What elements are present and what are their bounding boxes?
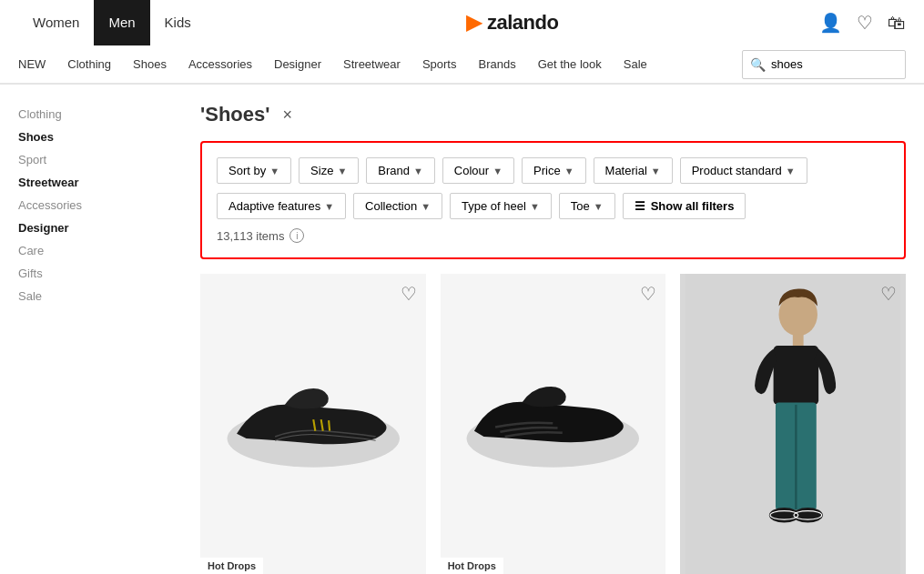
main-layout: Clothing Shoes Sport Streetwear Accessor… <box>0 85 924 574</box>
sidebar: Clothing Shoes Sport Streetwear Accessor… <box>18 85 182 574</box>
wishlist-button-0[interactable]: ♡ <box>401 283 417 305</box>
filter-collection-label: Collection <box>365 199 417 213</box>
filter-material[interactable]: Material ▼ <box>594 157 673 184</box>
nav-clothing[interactable]: Clothing <box>67 57 111 71</box>
product-card-2[interactable]: ♡ Vans KNU SKOOL UNISEX - Skate shoes - … <box>680 274 906 574</box>
filter-size-label: Size <box>310 164 333 177</box>
show-all-filters-label: Show all filters <box>651 199 735 213</box>
sidebar-item-gifts[interactable]: Gifts <box>18 262 182 285</box>
product-card-0[interactable]: Hot Drops ♡ Puma SUEDE XL UNISEX - Skate… <box>200 274 426 574</box>
logo-icon: ▶ <box>466 11 482 35</box>
sidebar-item-accessories[interactable]: Accessories <box>18 194 182 217</box>
header: Women Men Kids ▶ zalando 👤 ♡ 🛍 NEW Cloth… <box>0 0 924 85</box>
nav-tab-men[interactable]: Men <box>94 0 149 45</box>
chevron-down-icon: ▼ <box>324 201 334 212</box>
product-image-2: ♡ <box>680 274 906 574</box>
product-shoe-svg-0 <box>218 297 410 552</box>
filter-toe[interactable]: Toe ▼ <box>559 193 615 219</box>
filter-material-label: Material <box>605 164 647 177</box>
page-title: 'Shoes' <box>200 103 269 126</box>
filter-row-2: Adaptive features ▼ Collection ▼ Type of… <box>217 193 889 219</box>
wishlist-button-1[interactable]: ♡ <box>640 283 656 305</box>
svg-rect-5 <box>774 346 819 405</box>
sidebar-item-designer[interactable]: Designer <box>18 217 182 239</box>
sidebar-item-sport[interactable]: Sport <box>18 148 182 171</box>
svg-point-9 <box>793 508 823 523</box>
sidebar-item-sale[interactable]: Sale <box>18 285 182 307</box>
filter-adaptive-features[interactable]: Adaptive features ▼ <box>217 193 346 219</box>
search-input[interactable] <box>771 57 898 71</box>
product-card-1[interactable]: Hot Drops ♡ adidas Originals CAMPUS 00S … <box>441 274 666 574</box>
nav-sports[interactable]: Sports <box>422 57 457 71</box>
wishlist-button-2[interactable]: ♡ <box>880 283 897 305</box>
nav-designer[interactable]: Designer <box>274 57 321 71</box>
logo-text: zalando <box>487 11 558 35</box>
wishlist-icon[interactable]: ♡ <box>857 12 873 34</box>
filter-box: Sort by ▼ Size ▼ Brand ▼ Colour ▼ Price <box>200 141 906 259</box>
header-icons: 👤 ♡ 🛍 <box>819 12 906 34</box>
nav-accessories[interactable]: Accessories <box>188 57 252 71</box>
sidebar-item-care[interactable]: Care <box>18 239 182 262</box>
product-image-0: Hot Drops ♡ <box>200 274 426 574</box>
info-icon[interactable]: i <box>289 228 304 243</box>
nav-streetwear[interactable]: Streetwear <box>343 57 401 71</box>
nav-tab-kids[interactable]: Kids <box>150 0 206 45</box>
product-person-svg-2 <box>680 274 906 574</box>
filter-type-of-heel-label: Type of heel <box>462 199 526 213</box>
sidebar-item-clothing[interactable]: Clothing <box>18 103 182 126</box>
secondary-nav: NEW Clothing Shoes Accessories Designer … <box>0 45 924 84</box>
hot-drops-badge-1: Hot Drops <box>441 558 503 574</box>
chevron-down-icon: ▼ <box>492 166 503 176</box>
nav-sale[interactable]: Sale <box>624 57 647 71</box>
nav-tab-women[interactable]: Women <box>18 0 94 45</box>
chevron-down-icon: ▼ <box>594 201 604 212</box>
account-icon[interactable]: 👤 <box>819 12 842 34</box>
filter-brand[interactable]: Brand ▼ <box>366 157 435 184</box>
product-image-1: Hot Drops ♡ <box>441 274 666 574</box>
filter-product-standard[interactable]: Product standard ▼ <box>680 157 807 184</box>
chevron-down-icon: ▼ <box>269 166 279 176</box>
items-count-text: 13,113 items <box>217 229 284 243</box>
bag-icon[interactable]: 🛍 <box>888 13 906 34</box>
hot-drops-badge-0: Hot Drops <box>200 558 263 574</box>
top-nav-left: Women Men Kids <box>18 0 206 45</box>
nav-brands[interactable]: Brands <box>478 57 515 71</box>
filter-brand-label: Brand <box>378 164 410 177</box>
filter-type-of-heel[interactable]: Type of heel ▼ <box>450 193 552 219</box>
filter-colour[interactable]: Colour ▼ <box>442 157 514 184</box>
chevron-down-icon: ▼ <box>786 166 796 176</box>
filter-collection[interactable]: Collection ▼ <box>353 193 442 219</box>
search-icon: 🔍 <box>750 57 766 72</box>
logo[interactable]: ▶ zalando <box>466 11 558 35</box>
sidebar-item-shoes[interactable]: Shoes <box>18 126 182 148</box>
filter-row-1: Sort by ▼ Size ▼ Brand ▼ Colour ▼ Price <box>217 157 889 184</box>
sidebar-item-streetwear[interactable]: Streetwear <box>18 171 182 194</box>
nav-get-the-look[interactable]: Get the look <box>538 57 602 71</box>
chevron-down-icon: ▼ <box>530 201 540 212</box>
chevron-down-icon: ▼ <box>421 201 431 212</box>
clear-search-button[interactable]: × <box>282 106 292 125</box>
filter-adaptive-features-label: Adaptive features <box>228 199 320 213</box>
filter-size[interactable]: Size ▼ <box>299 157 359 184</box>
show-all-filters-button[interactable]: ☰ Show all filters <box>623 193 746 219</box>
chevron-down-icon: ▼ <box>564 166 574 176</box>
search-bar: 🔍 <box>742 50 906 79</box>
filter-sort-by-label: Sort by <box>228 164 266 177</box>
content-area: 'Shoes' × Sort by ▼ Size ▼ Brand ▼ Col <box>182 85 906 574</box>
chevron-down-icon: ▼ <box>651 166 661 176</box>
filter-price[interactable]: Price ▼ <box>522 157 586 184</box>
filter-sliders-icon: ☰ <box>635 199 645 213</box>
filter-product-standard-label: Product standard <box>692 164 782 177</box>
filter-toe-label: Toe <box>571 199 590 213</box>
nav-shoes[interactable]: Shoes <box>133 57 167 71</box>
filter-colour-label: Colour <box>454 164 489 177</box>
filter-sort-by[interactable]: Sort by ▼ <box>217 157 291 184</box>
product-shoe-svg-1 <box>457 297 649 552</box>
product-grid: Hot Drops ♡ Puma SUEDE XL UNISEX - Skate… <box>200 274 906 574</box>
top-nav: Women Men Kids ▶ zalando 👤 ♡ 🛍 <box>0 0 924 45</box>
nav-new[interactable]: NEW <box>18 57 46 71</box>
svg-rect-4 <box>793 334 804 347</box>
chevron-down-icon: ▼ <box>413 166 423 176</box>
filter-price-label: Price <box>533 164 561 177</box>
page-title-row: 'Shoes' × <box>200 103 906 126</box>
